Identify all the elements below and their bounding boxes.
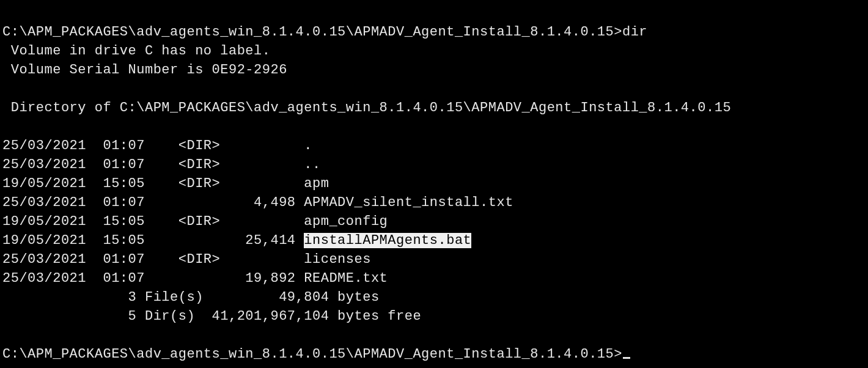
summary-dirs: 5 Dir(s) 41,201,967,104 bytes free (2, 309, 421, 324)
listing-row: 19/05/2021 15:05 <DIR> apm_config (2, 214, 388, 229)
listing-row: 19/05/2021 15:05 <DIR> apm (2, 176, 329, 191)
selected-filename[interactable]: installAPMAgents.bat (304, 233, 471, 248)
listing-row: 25/03/2021 01:07 <DIR> licenses (2, 252, 371, 267)
listing-row: 19/05/2021 15:05 25,414 installAPMAgents… (2, 233, 471, 248)
volume-line-2: Volume Serial Number is 0E92-2926 (2, 62, 287, 78)
listing-row: 25/03/2021 01:07 <DIR> . (2, 138, 312, 153)
listing-row-prefix: 19/05/2021 15:05 25,414 (2, 233, 304, 248)
prompt-line-1: C:\APM_PACKAGES\adv_agents_win_8.1.4.0.1… (2, 24, 647, 40)
typed-command: dir (622, 24, 647, 40)
prompt-path-1: C:\APM_PACKAGES\adv_agents_win_8.1.4.0.1… (2, 24, 622, 40)
prompt-path-2: C:\APM_PACKAGES\adv_agents_win_8.1.4.0.1… (2, 347, 622, 362)
listing-row: 25/03/2021 01:07 19,892 README.txt (2, 271, 388, 286)
terminal-window[interactable]: C:\APM_PACKAGES\adv_agents_win_8.1.4.0.1… (0, 0, 868, 367)
listing-row: 25/03/2021 01:07 4,498 APMADV_silent_ins… (2, 195, 513, 210)
directory-of-line: Directory of C:\APM_PACKAGES\adv_agents_… (2, 100, 731, 116)
summary-files: 3 File(s) 49,804 bytes (2, 290, 380, 305)
cursor-icon (623, 357, 630, 359)
prompt-line-2[interactable]: C:\APM_PACKAGES\adv_agents_win_8.1.4.0.1… (2, 347, 630, 362)
volume-line-1: Volume in drive C has no label. (2, 43, 270, 59)
listing-row: 25/03/2021 01:07 <DIR> .. (2, 157, 321, 172)
